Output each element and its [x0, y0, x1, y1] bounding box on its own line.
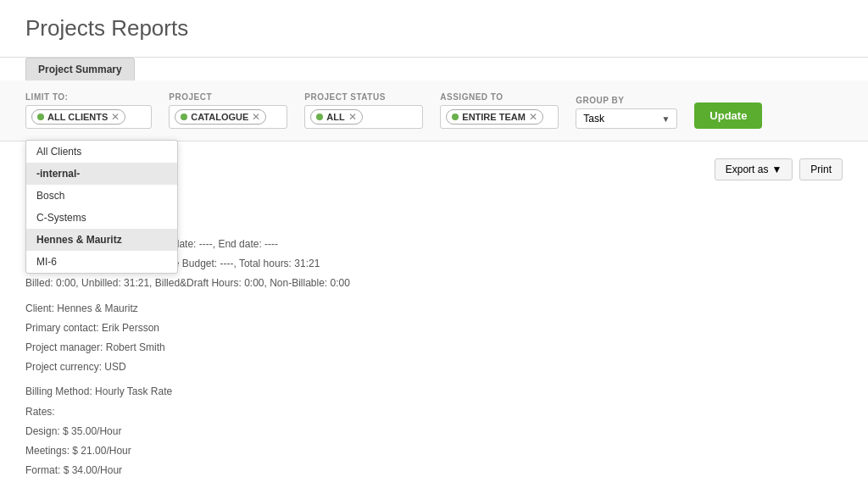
group-by-select[interactable]: Task User None	[583, 113, 661, 125]
remove-chip-icon[interactable]: ✕	[252, 112, 260, 122]
client-dropdown[interactable]: All Clients -internal- Bosch C-Systems H…	[25, 140, 178, 274]
limit-to-input[interactable]: ALL CLIENTS ✕	[25, 105, 152, 129]
group-by-filter: GROUP BY Task User None ▼	[576, 96, 677, 129]
project-meetings-rate: Meetings: $ 21.00/Hour	[25, 443, 843, 459]
group-by-select-wrapper[interactable]: Task User None ▼	[576, 108, 677, 129]
chevron-down-icon: ▼	[771, 164, 782, 175]
dropdown-item-mi6[interactable]: MI-6	[26, 251, 177, 273]
chip-label: ALL CLIENTS	[47, 112, 108, 122]
filter-bar: LIMIT TO: ALL CLIENTS ✕ PROJECT CATALOGU…	[0, 80, 868, 141]
toolbar-right: Export as ▼ Print	[715, 158, 843, 180]
catalogue-chip[interactable]: CATALOGUE ✕	[175, 109, 266, 125]
assigned-to-label: ASSIGNED TO	[440, 92, 559, 102]
project-status-label: PROJECT STATUS	[304, 92, 423, 102]
page-title: Projects Reports	[25, 15, 843, 42]
remove-chip-icon[interactable]: ✕	[529, 112, 537, 122]
limit-to-filter: LIMIT TO: ALL CLIENTS ✕	[25, 92, 152, 129]
dropdown-item-all-clients[interactable]: All Clients	[26, 141, 177, 163]
export-button[interactable]: Export as ▼	[715, 158, 793, 180]
chip-label: ALL	[326, 112, 344, 122]
all-clients-chip[interactable]: ALL CLIENTS ✕	[31, 109, 125, 125]
project-filter: PROJECT CATALOGUE ✕	[169, 92, 287, 129]
dropdown-item-internal[interactable]: -internal-	[26, 163, 177, 185]
dropdown-item-hennes[interactable]: Hennes & Mauritz	[26, 229, 177, 251]
group-by-label: GROUP BY	[576, 96, 677, 105]
project-format-rate: Format: $ 34.00/Hour	[25, 463, 843, 479]
project-status-filter: PROJECT STATUS ALL ✕	[304, 92, 423, 129]
chip-dot	[181, 114, 187, 120]
assigned-to-filter: ASSIGNED TO ENTIRE TEAM ✕	[440, 92, 559, 129]
project-contact: Primary contact: Erik Persson	[25, 320, 843, 336]
project-rates-label: Rates:	[25, 404, 843, 420]
tab-project-summary[interactable]: Project Summary	[25, 58, 135, 80]
dropdown-item-csystems[interactable]: C-Systems	[26, 207, 177, 229]
chip-dot	[316, 114, 323, 120]
project-currency: Project currency: USD	[25, 359, 843, 375]
assigned-to-input[interactable]: ENTIRE TEAM ✕	[440, 105, 559, 129]
project-input[interactable]: CATALOGUE ✕	[169, 105, 287, 129]
project-manager: Project manager: Robert Smith	[25, 340, 843, 356]
chip-dot	[37, 114, 44, 120]
chip-label: CATALOGUE	[191, 112, 248, 122]
chip-dot	[452, 114, 459, 120]
project-design-rate: Design: $ 35.00/Hour	[25, 424, 843, 440]
project-billing: Billing Method: Hourly Task Rate	[25, 384, 843, 400]
remove-chip-icon[interactable]: ✕	[111, 112, 120, 122]
all-chip[interactable]: ALL ✕	[310, 109, 362, 125]
limit-to-label: LIMIT TO:	[25, 92, 152, 102]
print-button[interactable]: Print	[799, 158, 843, 180]
project-label: PROJECT	[169, 92, 287, 102]
project-status-input[interactable]: ALL ✕	[304, 105, 423, 129]
project-client: Client: Hennes & Mauritz	[25, 301, 843, 317]
dropdown-item-bosch[interactable]: Bosch	[26, 185, 177, 207]
project-billed-line: Billed: 0:00, Unbilled: 31:21, Billed&Dr…	[25, 275, 843, 291]
export-label: Export as	[726, 164, 769, 175]
entire-team-chip[interactable]: ENTIRE TEAM ✕	[446, 109, 543, 125]
update-button[interactable]: Update	[694, 103, 762, 129]
chevron-down-icon: ▼	[661, 114, 670, 124]
remove-chip-icon[interactable]: ✕	[348, 112, 357, 122]
chip-label: ENTIRE TEAM	[462, 112, 526, 122]
limit-to-text-input[interactable]	[129, 112, 146, 122]
